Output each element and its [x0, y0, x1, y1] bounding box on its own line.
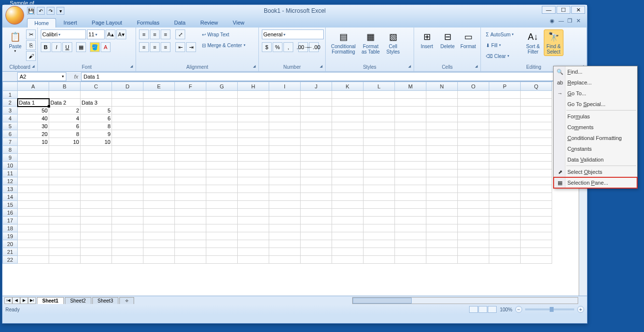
cell-H11[interactable]	[238, 169, 269, 177]
cell-C21[interactable]	[81, 248, 112, 256]
cell-Q15[interactable]	[521, 201, 552, 209]
font-color-button[interactable]: A	[101, 42, 111, 52]
cell-N15[interactable]	[426, 201, 458, 209]
cell-K6[interactable]	[332, 130, 364, 138]
row-header-18[interactable]: 18	[3, 224, 18, 232]
cell-I18[interactable]	[269, 224, 301, 232]
cell-G14[interactable]	[206, 193, 238, 201]
cell-B21[interactable]	[49, 248, 81, 256]
cell-M14[interactable]	[395, 193, 426, 201]
cell-G19[interactable]	[206, 232, 238, 240]
cell-L7[interactable]	[364, 138, 395, 146]
view-pagebreak-button[interactable]	[488, 306, 497, 313]
cell-A17[interactable]	[18, 217, 49, 224]
cell-H17[interactable]	[238, 217, 269, 224]
row-header-6[interactable]: 6	[3, 130, 18, 138]
tab-view[interactable]: View	[225, 18, 252, 28]
cell-I11[interactable]	[269, 169, 301, 177]
cell-G22[interactable]	[206, 256, 238, 264]
cell-A4[interactable]: 40	[18, 114, 49, 122]
menu-item-data-validation[interactable]: Data Validation	[554, 154, 637, 165]
cell-A2[interactable]: Data 1	[18, 99, 49, 107]
cell-N2[interactable]	[426, 99, 458, 107]
cell-Q5[interactable]	[521, 122, 552, 130]
font-face-combo[interactable]: Calibri	[41, 29, 86, 39]
cell-O2[interactable]	[458, 99, 489, 107]
cell-Q17[interactable]	[521, 217, 552, 224]
cell-M18[interactable]	[395, 224, 426, 232]
col-header-G[interactable]: G	[206, 82, 238, 91]
tab-page-layout[interactable]: Page Layout	[84, 18, 130, 28]
cell-N21[interactable]	[426, 248, 458, 256]
cell-G4[interactable]	[206, 114, 238, 122]
cell-D22[interactable]	[112, 256, 143, 264]
cell-Q6[interactable]	[521, 130, 552, 138]
cell-N11[interactable]	[426, 169, 458, 177]
cell-O4[interactable]	[458, 114, 489, 122]
wrap-text-button[interactable]: ↩Wrap Text	[200, 29, 248, 39]
cell-M15[interactable]	[395, 201, 426, 209]
cell-O9[interactable]	[458, 154, 489, 162]
cell-C19[interactable]	[81, 232, 112, 240]
cell-D11[interactable]	[112, 169, 143, 177]
cell-I2[interactable]	[269, 99, 301, 107]
cell-L9[interactable]	[364, 154, 395, 162]
font-size-combo[interactable]: 11	[87, 29, 105, 39]
cell-A16[interactable]	[18, 209, 49, 217]
cell-A22[interactable]	[18, 256, 49, 264]
cell-N5[interactable]	[426, 122, 458, 130]
cell-I3[interactable]	[269, 107, 301, 114]
cell-D4[interactable]	[112, 114, 143, 122]
cell-M9[interactable]	[395, 154, 426, 162]
cell-N8[interactable]	[426, 146, 458, 154]
cell-F13[interactable]	[175, 185, 206, 193]
cell-L20[interactable]	[364, 240, 395, 248]
cell-D19[interactable]	[112, 232, 143, 240]
cell-K8[interactable]	[332, 146, 364, 154]
cell-F12[interactable]	[175, 177, 206, 185]
fx-icon[interactable]: fx	[71, 74, 81, 80]
cell-H1[interactable]	[238, 91, 269, 99]
row-header-1[interactable]: 1	[3, 91, 18, 99]
fill-color-button[interactable]: 🪣	[90, 42, 100, 52]
cell-K11[interactable]	[332, 169, 364, 177]
name-box[interactable]: A2	[17, 72, 66, 81]
cell-O13[interactable]	[458, 185, 489, 193]
cell-F5[interactable]	[175, 122, 206, 130]
cell-B5[interactable]: 6	[49, 122, 81, 130]
cell-L1[interactable]	[364, 91, 395, 99]
align-bottom-button[interactable]: ≡	[161, 29, 170, 39]
cell-Q14[interactable]	[521, 193, 552, 201]
qat-redo[interactable]: ↷	[47, 7, 55, 15]
select-all-corner[interactable]	[3, 82, 18, 91]
cell-D21[interactable]	[112, 248, 143, 256]
cell-I22[interactable]	[269, 256, 301, 264]
col-header-F[interactable]: F	[175, 82, 206, 91]
cell-M3[interactable]	[395, 107, 426, 114]
col-header-N[interactable]: N	[426, 82, 458, 91]
col-header-L[interactable]: L	[364, 82, 395, 91]
qat-undo[interactable]: ↶	[37, 7, 45, 15]
cell-J7[interactable]	[301, 138, 332, 146]
cell-B4[interactable]: 4	[49, 114, 81, 122]
cell-G13[interactable]	[206, 185, 238, 193]
cell-A10[interactable]	[18, 162, 49, 169]
cell-E17[interactable]	[143, 217, 175, 224]
cell-N3[interactable]	[426, 107, 458, 114]
row-header-9[interactable]: 9	[3, 154, 18, 162]
paste-button[interactable]: 📋 Paste ▾	[5, 29, 25, 55]
cell-F16[interactable]	[175, 209, 206, 217]
cell-A3[interactable]: 50	[18, 107, 49, 114]
cell-N6[interactable]	[426, 130, 458, 138]
row-header-14[interactable]: 14	[3, 193, 18, 201]
row-header-17[interactable]: 17	[3, 217, 18, 224]
cell-G20[interactable]	[206, 240, 238, 248]
cell-O17[interactable]	[458, 217, 489, 224]
cell-P10[interactable]	[489, 162, 521, 169]
cell-M20[interactable]	[395, 240, 426, 248]
cell-E21[interactable]	[143, 248, 175, 256]
cell-I1[interactable]	[269, 91, 301, 99]
cell-P17[interactable]	[489, 217, 521, 224]
cell-Q18[interactable]	[521, 224, 552, 232]
row-header-10[interactable]: 10	[3, 162, 18, 169]
